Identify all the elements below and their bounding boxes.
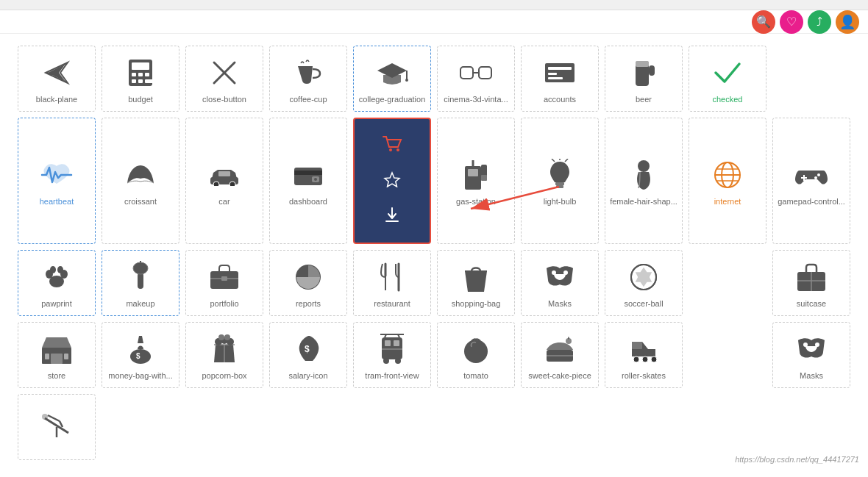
icon-cell-empty-1: [772, 46, 850, 112]
icon-label-croissant: croissant: [124, 197, 157, 206]
icon-cell-roller-skates[interactable]: roller-skates: [605, 322, 683, 388]
portfolio-icon: [207, 259, 242, 295]
tram-icon: [374, 331, 410, 367]
icon-cell-internet[interactable]: internet: [689, 118, 766, 244]
svg-line-18: [491, 70, 492, 73]
svg-rect-31: [294, 171, 322, 175]
icon-label-internet: internet: [714, 197, 741, 206]
svg-rect-40: [468, 169, 478, 176]
search-button[interactable]: 🔍: [752, 10, 775, 34]
icon-label-sweet-cake: sweet-cake-piece: [528, 371, 591, 380]
svg-line-46: [552, 159, 555, 162]
icon-cell-popcorn-box[interactable]: popcorn-box: [185, 322, 263, 388]
icon-label-masks: Masks: [548, 299, 572, 308]
icon-cell-store[interactable]: store: [18, 322, 96, 388]
top-bar: [0, 0, 868, 10]
masks-icon: [542, 259, 577, 295]
svg-point-94: [218, 334, 224, 340]
icon-cell-shopping-bag[interactable]: shopping-bag: [437, 250, 515, 316]
icon-cell-tram-front-view[interactable]: tram-front-view: [353, 322, 431, 388]
svg-line-17: [460, 70, 460, 73]
user-button[interactable]: 👤: [836, 10, 859, 34]
icon-cell-black-plane[interactable]: black-plane: [18, 46, 96, 112]
icon-label-beer: beer: [636, 95, 652, 104]
roller-skates-icon: [626, 331, 661, 367]
gas-station-icon: [458, 157, 494, 193]
icon-cell-pawprint[interactable]: pawprint: [18, 250, 96, 316]
icon-cell-checked[interactable]: checked: [689, 46, 766, 112]
icon-cell-beer[interactable]: beer: [605, 46, 683, 112]
icon-cell-car[interactable]: car: [185, 118, 263, 244]
svg-point-62: [50, 266, 56, 273]
beer-icon: [626, 55, 661, 90]
icon-cell-gas-station[interactable]: gas-station: [437, 118, 515, 244]
icon-cell-dashboard[interactable]: dashboard: [269, 118, 347, 244]
svg-rect-65: [138, 273, 143, 289]
icon-cell-light-bulb[interactable]: light-bulb: [521, 118, 599, 244]
icon-cell-masks2[interactable]: Masks: [772, 322, 850, 388]
icon-cell-accounts[interactable]: accounts: [521, 46, 599, 112]
svg-point-57: [817, 173, 820, 176]
svg-rect-22: [548, 77, 563, 79]
svg-rect-25: [636, 61, 649, 67]
icon-cell-sweet-cake[interactable]: sweet-cake-piece: [521, 322, 599, 388]
svg-rect-70: [221, 276, 227, 281]
icon-cell-college-graduation[interactable]: college-graduation: [353, 46, 431, 112]
icon-cell-budget[interactable]: budget: [102, 46, 179, 112]
icon-cell-restaurant[interactable]: restaurant: [353, 250, 431, 316]
icon-cell-female-hair[interactable]: female-hair-shap...: [605, 118, 683, 244]
svg-rect-6: [145, 73, 149, 76]
icon-cell-suitcase[interactable]: suitcase: [772, 250, 850, 316]
hair-icon: [626, 157, 661, 193]
icon-label-heartbeat: heartbeat: [40, 197, 74, 206]
car-icon: [207, 157, 242, 193]
svg-rect-3: [132, 62, 149, 70]
icon-cell-close-button[interactable]: close-button: [185, 46, 263, 112]
suitcase-icon: [794, 259, 829, 295]
icon-cell-makeup[interactable]: makeup: [102, 250, 179, 316]
croissant-icon: [123, 157, 158, 193]
icon-cell-money-bag[interactable]: $ money-bag-with...: [102, 322, 179, 388]
icon-cell-cinema-3d[interactable]: cinema-3d-vinta...: [437, 46, 515, 112]
svg-point-121: [42, 414, 48, 420]
icon-cell-croissant[interactable]: croissant: [102, 118, 179, 244]
svg-point-115: [803, 342, 808, 347]
icon-label-restaurant: restaurant: [374, 299, 410, 308]
svg-rect-29: [218, 171, 230, 176]
svg-rect-99: [394, 340, 399, 346]
icon-cell-salary-icon[interactable]: $ salary-icon: [269, 322, 347, 388]
icon-label-dashboard: dashboard: [289, 197, 327, 206]
url-watermark: https://blog.csdn.net/qq_44417271: [735, 455, 859, 464]
icon-cell-coffee-cup[interactable]: coffee-cup: [269, 46, 347, 112]
svg-point-27: [213, 182, 219, 186]
icon-label-suitcase: suitcase: [797, 299, 826, 308]
svg-point-35: [396, 148, 399, 151]
svg-rect-15: [460, 67, 473, 79]
icon-cell-heartbeat[interactable]: heartbeat: [18, 118, 96, 244]
icon-cell-portfolio[interactable]: portfolio: [185, 250, 263, 316]
icon-label-car: car: [218, 197, 230, 206]
svg-point-28: [230, 182, 235, 186]
svg-point-63: [57, 266, 63, 273]
icon-cell-soccer-ball[interactable]: soccer-ball: [605, 250, 683, 316]
icon-cell-nowar[interactable]: [18, 394, 96, 460]
icon-cell-empty-3: [689, 322, 766, 388]
heart-button[interactable]: ♡: [780, 10, 803, 34]
icon-cell-gamepad[interactable]: gamepad-control...: [772, 118, 850, 244]
icon-label-portfolio: portfolio: [210, 299, 238, 308]
icon-label-money-bag: money-bag-with...: [108, 371, 172, 380]
icon-cell-empty-2: [689, 250, 766, 316]
icon-cell-tomato[interactable]: tomato: [437, 322, 515, 388]
share-button[interactable]: ⤴: [808, 10, 831, 34]
icon-cell-masks[interactable]: Masks: [521, 250, 599, 316]
icon-label-salary: salary-icon: [288, 371, 327, 380]
svg-point-58: [814, 176, 817, 179]
reports-icon: [291, 259, 326, 295]
icon-label-female-hair: female-hair-shap...: [610, 197, 677, 206]
svg-rect-98: [385, 340, 391, 346]
icon-cell-highlighted[interactable]: [353, 118, 431, 244]
svg-text:$: $: [305, 344, 310, 354]
soccer-icon: [626, 259, 661, 295]
icon-cell-reports[interactable]: reports: [269, 250, 347, 316]
svg-point-111: [633, 356, 639, 362]
